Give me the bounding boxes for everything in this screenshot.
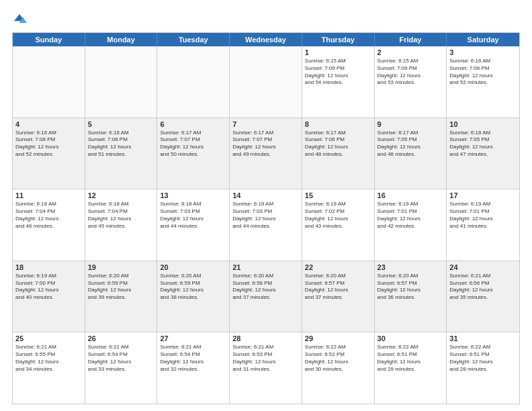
cell-line: Daylight: 12 hours bbox=[378, 216, 444, 223]
day-number: 25 bbox=[15, 334, 82, 342]
calendar-cell bbox=[85, 46, 158, 118]
cell-line: Sunset: 7:01 PM bbox=[378, 208, 444, 216]
cell-line: Sunset: 6:52 PM bbox=[305, 351, 371, 359]
cell-line: Daylight: 12 hours bbox=[88, 287, 154, 294]
cell-line: Sunset: 6:59 PM bbox=[160, 280, 226, 287]
cell-line: Daylight: 12 hours bbox=[160, 359, 226, 366]
cell-line: and 52 minutes. bbox=[15, 151, 82, 158]
calendar-cell bbox=[13, 46, 85, 118]
cell-line: Daylight: 12 hours bbox=[305, 216, 371, 223]
cell-line: Daylight: 12 hours bbox=[449, 73, 517, 80]
calendar-row-2: 11Sunrise: 6:18 AMSunset: 7:04 PMDayligh… bbox=[13, 189, 519, 261]
cell-line: and 39 minutes. bbox=[88, 294, 154, 302]
cell-line: Sunrise: 6:20 AM bbox=[232, 273, 299, 280]
calendar-cell: 6Sunrise: 6:17 AMSunset: 7:07 PMDaylight… bbox=[157, 118, 230, 189]
cell-line: Sunrise: 6:21 AM bbox=[88, 344, 154, 351]
weekday-header-saturday: Saturday bbox=[447, 33, 519, 46]
cell-line: and 52 minutes. bbox=[449, 79, 517, 87]
cell-line: Daylight: 12 hours bbox=[15, 144, 82, 151]
cell-line: Sunset: 7:07 PM bbox=[232, 136, 299, 144]
calendar-header: SundayMondayTuesdayWednesdayThursdayFrid… bbox=[13, 33, 519, 46]
cell-line: Sunset: 7:03 PM bbox=[232, 208, 299, 216]
cell-line: and 50 minutes. bbox=[160, 151, 226, 158]
cell-line: Sunset: 6:55 PM bbox=[15, 351, 82, 359]
calendar: SundayMondayTuesdayWednesdayThursdayFrid… bbox=[12, 32, 520, 404]
cell-line: and 41 minutes. bbox=[449, 223, 517, 230]
day-number: 12 bbox=[88, 191, 154, 199]
day-number: 11 bbox=[15, 191, 82, 199]
weekday-header-sunday: Sunday bbox=[13, 33, 85, 46]
day-number: 22 bbox=[305, 263, 371, 271]
calendar-cell: 4Sunrise: 6:16 AMSunset: 7:08 PMDaylight… bbox=[13, 118, 85, 189]
day-number: 29 bbox=[305, 334, 371, 342]
cell-line: Daylight: 12 hours bbox=[15, 287, 82, 294]
cell-line: Daylight: 12 hours bbox=[449, 287, 517, 294]
cell-line: Daylight: 12 hours bbox=[378, 359, 444, 366]
cell-line: Sunrise: 6:16 AM bbox=[15, 130, 82, 137]
cell-line: Sunset: 7:04 PM bbox=[88, 208, 154, 216]
cell-line: Daylight: 12 hours bbox=[449, 216, 517, 223]
cell-line: Daylight: 12 hours bbox=[160, 287, 226, 294]
cell-line: and 49 minutes. bbox=[232, 151, 299, 158]
logo bbox=[12, 12, 30, 27]
cell-line: Sunrise: 6:22 AM bbox=[305, 344, 371, 351]
day-number: 13 bbox=[160, 191, 226, 199]
cell-line: Sunrise: 6:18 AM bbox=[160, 201, 226, 208]
calendar-cell: 20Sunrise: 6:20 AMSunset: 6:59 PMDayligh… bbox=[157, 261, 230, 332]
cell-line: Sunrise: 6:20 AM bbox=[378, 273, 444, 280]
cell-line: Daylight: 12 hours bbox=[15, 216, 82, 223]
cell-line: Sunrise: 6:21 AM bbox=[449, 273, 517, 280]
cell-line: Sunset: 6:51 PM bbox=[378, 351, 444, 359]
calendar-cell: 23Sunrise: 6:20 AMSunset: 6:57 PMDayligh… bbox=[375, 261, 447, 332]
page: SundayMondayTuesdayWednesdayThursdayFrid… bbox=[0, 0, 532, 411]
cell-line: Daylight: 12 hours bbox=[378, 287, 444, 294]
cell-line: Sunrise: 6:17 AM bbox=[232, 130, 299, 137]
cell-line: and 46 minutes. bbox=[15, 223, 82, 230]
cell-line: Sunrise: 6:20 AM bbox=[305, 273, 371, 280]
cell-line: and 47 minutes. bbox=[449, 151, 517, 158]
cell-line: Daylight: 12 hours bbox=[232, 287, 299, 294]
calendar-cell: 9Sunrise: 6:17 AMSunset: 7:05 PMDaylight… bbox=[375, 118, 447, 189]
cell-line: Daylight: 12 hours bbox=[449, 144, 517, 151]
cell-line: and 36 minutes. bbox=[378, 294, 444, 302]
calendar-cell: 29Sunrise: 6:22 AMSunset: 6:52 PMDayligh… bbox=[302, 332, 375, 404]
calendar-cell: 7Sunrise: 6:17 AMSunset: 7:07 PMDaylight… bbox=[230, 118, 302, 189]
cell-line: and 53 minutes. bbox=[378, 79, 444, 87]
calendar-row-3: 18Sunrise: 6:19 AMSunset: 7:00 PMDayligh… bbox=[13, 261, 519, 332]
day-number: 26 bbox=[88, 334, 154, 342]
cell-line: Sunset: 7:01 PM bbox=[449, 208, 517, 216]
cell-line: Sunrise: 6:21 AM bbox=[160, 344, 226, 351]
cell-line: Sunset: 7:09 PM bbox=[378, 65, 444, 73]
cell-line: Sunset: 6:58 PM bbox=[232, 280, 299, 287]
cell-line: Sunrise: 6:17 AM bbox=[378, 130, 444, 137]
calendar-cell: 25Sunrise: 6:21 AMSunset: 6:55 PMDayligh… bbox=[13, 332, 85, 404]
cell-line: Sunset: 6:57 PM bbox=[378, 280, 444, 287]
calendar-cell: 12Sunrise: 6:18 AMSunset: 7:04 PMDayligh… bbox=[85, 189, 158, 261]
cell-line: Daylight: 12 hours bbox=[232, 359, 299, 366]
cell-line: Sunset: 6:53 PM bbox=[232, 351, 299, 359]
calendar-cell: 21Sunrise: 6:20 AMSunset: 6:58 PMDayligh… bbox=[230, 261, 302, 332]
cell-line: and 37 minutes. bbox=[305, 294, 371, 302]
calendar-cell: 5Sunrise: 6:16 AMSunset: 7:08 PMDaylight… bbox=[85, 118, 158, 189]
cell-line: Sunset: 7:03 PM bbox=[160, 208, 226, 216]
cell-line: Sunset: 7:07 PM bbox=[160, 136, 226, 144]
day-number: 3 bbox=[449, 48, 517, 56]
cell-line: and 54 minutes. bbox=[305, 79, 371, 87]
cell-line: and 37 minutes. bbox=[232, 294, 299, 302]
calendar-cell: 11Sunrise: 6:18 AMSunset: 7:04 PMDayligh… bbox=[13, 189, 85, 261]
cell-line: Sunrise: 6:18 AM bbox=[449, 130, 517, 137]
day-number: 5 bbox=[88, 120, 154, 128]
cell-line: Daylight: 12 hours bbox=[305, 73, 371, 80]
cell-line: and 33 minutes. bbox=[88, 366, 154, 373]
calendar-cell: 13Sunrise: 6:18 AMSunset: 7:03 PMDayligh… bbox=[157, 189, 230, 261]
cell-line: Sunrise: 6:19 AM bbox=[305, 201, 371, 208]
cell-line: and 48 minutes. bbox=[305, 151, 371, 158]
cell-line: Daylight: 12 hours bbox=[305, 359, 371, 366]
calendar-cell: 15Sunrise: 6:19 AMSunset: 7:02 PMDayligh… bbox=[302, 189, 375, 261]
calendar-cell: 28Sunrise: 6:21 AMSunset: 6:53 PMDayligh… bbox=[230, 332, 302, 404]
cell-line: Sunset: 7:08 PM bbox=[449, 65, 517, 73]
cell-line: and 31 minutes. bbox=[232, 366, 299, 373]
cell-line: Daylight: 12 hours bbox=[88, 144, 154, 151]
cell-line: and 48 minutes. bbox=[378, 151, 444, 158]
cell-line: Sunset: 7:05 PM bbox=[449, 136, 517, 144]
